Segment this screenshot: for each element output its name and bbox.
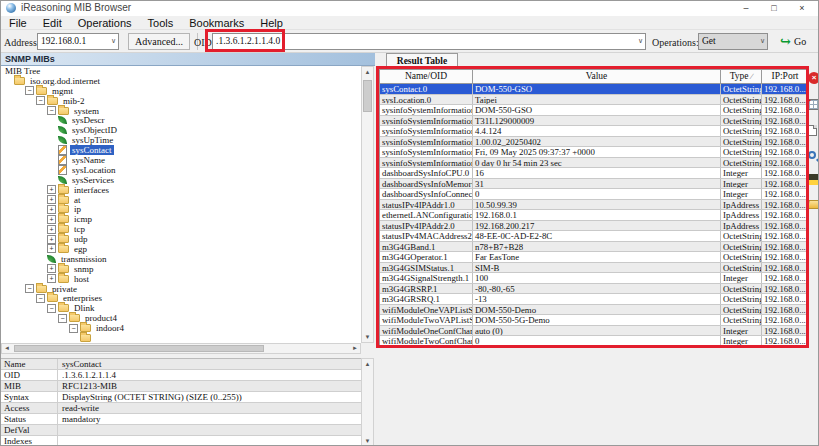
operations-combobox[interactable]: Get ∨ [698,33,768,50]
table-row[interactable]: sysinfoSystemInformation...DOM-550-GSOOc… [380,105,808,116]
column-header-ip-port[interactable]: IP:Port [762,70,808,83]
table-row[interactable]: wifiModuleTwoConfChan...0Integer192.168.… [380,336,808,347]
menu-item-file[interactable]: File [1,17,35,29]
document-icon[interactable] [808,125,817,136]
table-row[interactable]: sysinfoSystemInformationS...Fri, 09 May … [380,147,808,158]
tree-vertical-scrollbar[interactable]: ▲ ▼ [361,66,374,343]
expand-icon[interactable]: + [47,274,56,283]
tree-item-udp[interactable]: +udp [1,234,361,244]
table-row[interactable]: statusIPv4IPAddr2.0192.168.200.217IpAddr… [380,221,808,232]
table-row[interactable]: wifiModuleOneConfChann...auto (0)Integer… [380,326,808,337]
advanced-button[interactable]: Advanced... [128,33,190,50]
tree-item-product4[interactable]: −product4 [1,313,361,323]
close-button[interactable]: × [788,1,816,16]
table-row[interactable]: sysinfoSystemInformation...0 day 0 hr 54… [380,158,808,169]
tree-item-egp[interactable]: +egp [1,244,361,254]
table-row[interactable]: m3G4GSIMStatus.1SIM-BOctetString192.168.… [380,263,808,274]
expand-icon[interactable]: + [47,235,56,244]
expand-icon[interactable]: + [47,215,56,224]
scroll-up-icon[interactable]: ▲ [362,67,373,77]
maximize-button[interactable]: □ [760,1,788,16]
collapse-icon[interactable]: − [69,324,78,333]
tree-item-mgmt[interactable]: −mgmt [1,86,361,96]
expand-icon[interactable]: + [47,195,56,204]
tree-item-mib-tree[interactable]: MIB Tree [1,66,361,76]
open-folder-icon[interactable] [807,200,819,209]
table-row[interactable]: ethernetLANConfiguration...192.168.0.1Ip… [380,210,808,221]
menu-item-tools[interactable]: Tools [140,17,182,29]
tree-item-syslocation[interactable]: sysLocation [1,165,361,175]
scroll-right-icon[interactable]: ► [350,344,360,353]
expand-icon[interactable]: + [47,185,56,194]
tree-item-sysdescr[interactable]: sysDescr [1,115,361,125]
collapse-icon[interactable]: − [25,284,34,293]
tree-item-sysobjectid[interactable]: sysObjectID [1,125,361,135]
table-row[interactable]: sysinfoSystemInformationF...1.00.02_2025… [380,137,808,148]
tab-result-table[interactable]: Result Table [386,53,458,69]
table-row[interactable]: m3G4GSignalStrength.1100Integer192.168.0… [380,273,808,284]
collapse-icon[interactable]: − [36,294,45,303]
tree-item-unnamed[interactable] [1,333,361,343]
tree-item-enterprises[interactable]: −enterprises [1,293,361,303]
expand-icon[interactable]: + [47,244,56,253]
minimize-button[interactable]: – [732,1,760,16]
tree-item-indoor4[interactable]: −indoor4 [1,323,361,333]
table-row[interactable]: wifiModuleOneVAPListSSI...DOM-550-DemoOc… [380,305,808,316]
scroll-down-icon[interactable]: ▼ [362,436,373,446]
collapse-icon[interactable]: − [36,96,45,105]
table-row[interactable]: wifiModuleTwoVAPListSS...DOM-550-5G-Demo… [380,315,808,326]
collapse-icon[interactable]: − [58,314,67,323]
table-row[interactable]: dashboardSysInfoCPU.016Integer192.168.0.… [380,168,808,179]
expand-icon[interactable]: + [47,264,56,273]
tree-item-iso-org-dod-internet[interactable]: iso.org.dod.internet [1,76,361,86]
scroll-down-icon[interactable]: ▼ [362,332,373,342]
tree-item-sysuptime[interactable]: sysUpTime [1,135,361,145]
chevron-down-icon[interactable]: ∨ [760,37,765,45]
search-icon[interactable] [808,151,816,159]
tree-item-sysservices[interactable]: sysServices [1,175,361,185]
column-header-type[interactable]: Type ∕ [721,70,762,83]
tree-item-tcp[interactable]: +tcp [1,224,361,234]
tree-item-interfaces[interactable]: +interfaces [1,185,361,195]
table-row[interactable]: m3G4GRSRP.1-80,-80,-65OctetString192.168… [380,284,808,295]
scrollbar-thumb[interactable] [363,80,372,112]
menu-item-bookmarks[interactable]: Bookmarks [181,17,252,29]
column-header-name-oid[interactable]: Name/OID [380,70,473,83]
table-row[interactable]: statusIPv4MACAddress2.048-EE-0C-AD-E2-8C… [380,231,808,242]
graph-icon[interactable] [808,174,819,185]
chevron-down-icon[interactable]: ∨ [638,37,643,45]
table-row[interactable]: m3G4GRSRQ.1-13OctetString192.168.0... [380,294,808,305]
table-row[interactable]: dashboardSysInfoConnecti...0Integer192.1… [380,189,808,200]
collapse-icon[interactable]: − [25,86,34,95]
oid-combobox[interactable]: .1.3.6.1.2.1.1.4.0 ∨ [212,33,646,50]
properties-vertical-scrollbar[interactable]: ▲ ▼ [361,358,374,446]
menu-item-help[interactable]: Help [252,17,291,29]
tree-item-sysname[interactable]: sysName [1,155,361,165]
expand-icon[interactable]: + [47,205,56,214]
table-row[interactable]: sysLocation.0TaipeiOctetString192.168.0.… [380,95,808,106]
tree-horizontal-scrollbar[interactable]: ◄ ► [1,343,361,354]
tree-item-ip[interactable]: +ip [1,204,361,214]
table-row[interactable]: m3G4GOperator.1Far EasToneOctetString192… [380,252,808,263]
tree-item-snmp[interactable]: +snmp [1,264,361,274]
scroll-left-icon[interactable]: ◄ [2,344,12,353]
tree-item-private[interactable]: −private [1,284,361,294]
collapse-icon[interactable]: − [47,304,56,313]
tree-item-at[interactable]: +at [1,195,361,205]
table-row[interactable]: sysinfoSystemInformation...T31L129000009… [380,116,808,127]
column-header-value[interactable]: Value [473,70,721,83]
tree-item-system[interactable]: −system [1,106,361,116]
table-row[interactable]: sysContact.0DOM-550-GSOOctetString192.16… [380,84,808,95]
tree-item-icmp[interactable]: +icmp [1,214,361,224]
tree-item-transmission[interactable]: transmission [1,254,361,264]
menu-item-edit[interactable]: Edit [35,17,70,29]
table-row[interactable]: m3G4GBand.1n78+B7+B28OctetString192.168.… [380,242,808,253]
tree-item-dlink[interactable]: −Dlink [1,303,361,313]
tree-item-syscontact[interactable]: sysContact [1,145,361,155]
go-button[interactable]: ↪ Go [780,33,806,50]
table-row[interactable]: statusIPv4IPAddr1.010.50.99.39IpAddress1… [380,200,808,211]
scrollbar-thumb[interactable] [14,345,264,352]
scroll-up-icon[interactable]: ▲ [362,359,373,369]
chevron-down-icon[interactable]: ∨ [111,37,116,45]
tree-item-mib-2[interactable]: −mib-2 [1,96,361,106]
